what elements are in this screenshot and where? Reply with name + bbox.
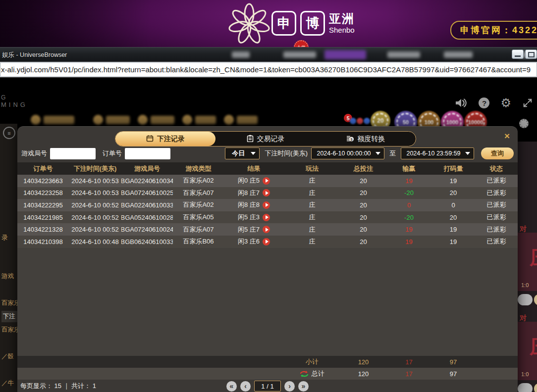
replay-play-icon[interactable] [263, 226, 270, 233]
cell-round: BGA05240610028 [121, 211, 173, 224]
official-site-hotline: 申博官网：4322 [450, 21, 537, 40]
tab-bet-records[interactable]: 下注记录 [115, 132, 215, 146]
from-datetime-select[interactable]: 2024-6-10 00:00:00 [311, 147, 384, 159]
game-area: G MING ? ⚙ 5 2050100100010 [0, 78, 537, 392]
fullscreen-icon[interactable] [522, 98, 533, 108]
cell-order: 14034210398 [17, 236, 69, 248]
game-round-input[interactable] [50, 148, 96, 159]
total-row: 总计 120 17 97 [17, 368, 518, 380]
spacer [475, 368, 518, 380]
records-dialog: 下注记录交易记录$额度转换 × 游戏局号 订单号 今日 下注时间(美东) 202… [17, 126, 518, 392]
prev-page-button[interactable]: ‹ [240, 381, 251, 392]
table-row[interactable]: 140342213282024-6-10 00:52BGA07240610024… [17, 223, 518, 236]
screen: 申 博 亚洲 Shenbo 申博官网：4322 十佳 娱乐 - Universe… [0, 0, 537, 392]
search-button[interactable]: 查询 [481, 147, 514, 159]
order-no-input[interactable] [125, 148, 170, 159]
range-select[interactable]: 今日 [225, 147, 260, 159]
cell-status: 已派彩 [475, 187, 518, 199]
brand-char-box: 博 [300, 11, 325, 36]
tab-quota-transfer[interactable]: $额度转换 [316, 132, 416, 146]
replay-play-icon[interactable] [263, 214, 270, 221]
sidebar-item[interactable]: 下注 [1, 311, 18, 322]
cell-win: 19 [386, 175, 431, 187]
to-datetime-value: 2024-6-10 23:59:59 [405, 150, 462, 157]
blurred-category-item [106, 116, 130, 124]
swap-icon [300, 370, 309, 378]
bet-pill[interactable] [534, 294, 537, 305]
column-header: 状态 [475, 162, 518, 175]
sidebar-item[interactable]: 游戏 [1, 272, 14, 281]
sidebar-item[interactable]: ／骰 [1, 352, 14, 361]
banker-label: 庄 [530, 244, 537, 271]
sidebar-item[interactable]: 录 [1, 234, 8, 242]
replay-play-icon[interactable] [263, 189, 270, 196]
subtotal-turnover: 97 [431, 356, 475, 368]
next-page-button[interactable]: › [284, 381, 295, 392]
close-icon[interactable]: × [504, 131, 510, 142]
table-row[interactable]: 140342222952024-6-10 00:52BGA02240610033… [17, 199, 518, 211]
site-banner: 申 博 亚洲 Shenbo 申博官网：4322 十佳 [0, 0, 537, 47]
bet-panel[interactable]: 庄1:0 [518, 233, 537, 291]
column-header: 打码量 [431, 162, 475, 175]
page-indicator: 1 / 1 [254, 381, 281, 392]
cell-turnover: 19 [431, 236, 475, 248]
cell-bet: 20 [340, 187, 386, 199]
subtotal-bet: 120 [340, 356, 386, 368]
subtotal-win: 17 [386, 356, 431, 368]
cell-game: 百家乐A07 [173, 223, 224, 236]
spacer [173, 356, 224, 368]
spacer [69, 368, 121, 380]
cell-turnover: 19 [431, 223, 475, 236]
brand-lockup: 申 博 亚洲 Shenbo [271, 11, 355, 36]
cell-turnover: 20 [431, 187, 475, 199]
tab-transaction-records[interactable]: 交易记录 [215, 132, 316, 146]
cell-game: 百家乐B06 [173, 236, 224, 248]
column-header: 订单号 [17, 162, 69, 175]
table-row[interactable]: 140342219852024-6-10 00:52BGA05240610028… [17, 211, 518, 224]
sound-icon[interactable] [455, 98, 468, 108]
cell-play: 庄 [284, 199, 340, 211]
bet-pill[interactable] [518, 294, 533, 305]
total-bet: 120 [340, 368, 386, 380]
cell-status: 已派彩 [475, 236, 518, 248]
mini-chip-icon [364, 118, 370, 124]
first-page-button[interactable]: « [226, 381, 237, 392]
bet-pill[interactable] [518, 383, 533, 392]
clipboard-icon [247, 135, 254, 144]
cell-result: 闲8 庄7 [224, 187, 284, 199]
blurred-category-icon [31, 115, 41, 125]
help-icon[interactable]: ? [479, 98, 489, 108]
cell-result: 闲5 庄3 [224, 211, 284, 224]
game-round-label: 游戏局号 [21, 149, 47, 158]
replay-play-icon[interactable] [263, 238, 270, 245]
cell-time: 2024-6-10 00:53 [69, 187, 121, 199]
settings-gear-icon[interactable]: ⚙ [500, 97, 511, 109]
blurred-nav-item [232, 51, 250, 58]
url-field[interactable]: x-ali.ydjol.com/h5V01/pc/index.html?retu… [0, 62, 537, 77]
from-datetime-value: 2024-6-10 00:00:00 [315, 150, 373, 157]
tab-label: 额度转换 [358, 135, 385, 144]
sidebar-item[interactable]: ／牛 [1, 379, 14, 388]
last-page-button[interactable]: » [298, 381, 309, 392]
odds-text: 1:0 [521, 371, 529, 377]
table-row[interactable]: 140342236632024-6-10 00:53BGA02240610034… [17, 175, 518, 187]
minimize-button[interactable] [512, 49, 524, 59]
cell-bet: 20 [340, 211, 386, 224]
table-row[interactable]: 140342103982024-6-10 00:48BGB06240610033… [17, 236, 518, 248]
total-win: 17 [386, 368, 431, 380]
window-controls [512, 49, 537, 59]
calendar-icon [146, 135, 154, 144]
bet-time-label: 下注时间(美东) [265, 149, 308, 158]
bet-pill[interactable] [534, 383, 537, 392]
menu-icon[interactable]: ≡ [3, 127, 15, 139]
cell-status: 已派彩 [475, 211, 518, 224]
table-row[interactable]: 140342232582024-6-10 00:53BGA07240610025… [17, 187, 518, 199]
cell-time: 2024-6-10 00:48 [69, 236, 121, 248]
bet-panel[interactable]: 庄1:0 [518, 322, 537, 380]
replay-play-icon[interactable] [263, 177, 270, 185]
maximize-button[interactable] [525, 49, 537, 59]
cell-play: 庄 [284, 236, 340, 248]
replay-play-icon[interactable] [263, 201, 270, 209]
gray-chip-icon[interactable] [519, 119, 529, 128]
to-datetime-select[interactable]: 2024-6-10 23:59:59 [401, 147, 474, 159]
